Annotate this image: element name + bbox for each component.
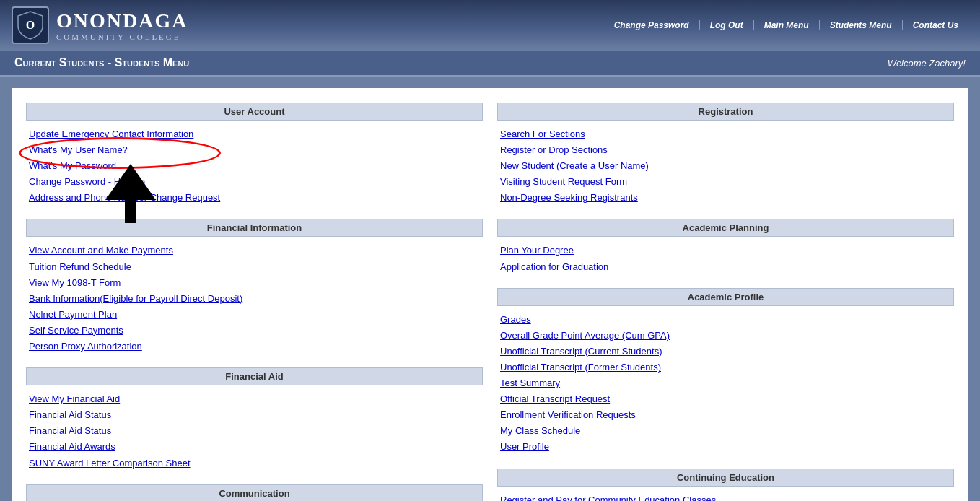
my-class-schedule-link[interactable]: My Class Schedule (500, 423, 951, 439)
user-account-links: Update Emergency Contact Information Wha… (26, 125, 483, 207)
top-nav: Change Password Log Out Main Menu Studen… (604, 20, 968, 30)
svg-text:O: O (26, 19, 35, 31)
students-menu-link[interactable]: Students Menu (820, 20, 903, 30)
academic-planning-header: Academic Planning (497, 219, 954, 237)
financial-aid-section: Financial Aid View My Financial Aid Fina… (26, 367, 483, 472)
financial-information-links: View Account and Make Payments Tuition R… (26, 241, 483, 356)
main-menu-link[interactable]: Main Menu (754, 20, 820, 30)
page-title-bar: Current Students - Students Menu Welcome… (0, 51, 980, 77)
unofficial-transcript-former-link[interactable]: Unofficial Transcript (Former Students) (500, 360, 951, 375)
registration-header: Registration (497, 103, 954, 121)
financial-aid-awards-link[interactable]: Financial Aid Awards (29, 439, 480, 455)
address-phone-change-link[interactable]: Address and Phone Number Change Request (29, 190, 480, 206)
overall-gpa-link[interactable]: Overall Grade Point Average (Cum GPA) (500, 328, 951, 344)
contact-us-link[interactable]: Contact Us (903, 20, 968, 30)
bank-information-link[interactable]: Bank Information(Eligible for Payroll Di… (29, 291, 480, 307)
logo-text: ONONDAGA COMMUNITY COLLEGE (56, 9, 188, 41)
log-out-link[interactable]: Log Out (700, 20, 754, 30)
grades-link[interactable]: Grades (500, 312, 951, 328)
financial-aid-status-2-link[interactable]: Financial Aid Status (29, 423, 480, 439)
communication-header: Communication (26, 484, 483, 501)
left-column: User Account Update Emergency Contact In… (26, 103, 483, 501)
search-sections-link[interactable]: Search For Sections (500, 126, 951, 142)
suny-award-letter-link[interactable]: SUNY Award Letter Comparison Sheet (29, 456, 480, 471)
financial-information-header: Financial Information (26, 219, 483, 237)
welcome-message: Welcome Zachary! (888, 58, 966, 69)
whats-my-password-link[interactable]: What's My Password (29, 158, 480, 174)
self-service-link[interactable]: Self Service Payments (29, 323, 480, 339)
academic-planning-section: Academic Planning Plan Your Degree Appli… (497, 219, 954, 276)
tuition-refund-link[interactable]: Tuition Refund Schedule (29, 259, 480, 275)
view-1098t-link[interactable]: View My 1098-T Form (29, 275, 480, 291)
academic-profile-links: Grades Overall Grade Point Average (Cum … (497, 310, 954, 457)
non-degree-link[interactable]: Non-Degree Seeking Registrants (500, 190, 951, 206)
main-content: User Account Update Emergency Contact In… (0, 77, 980, 501)
new-student-link[interactable]: New Student (Create a User Name) (500, 158, 951, 174)
financial-information-section: Financial Information View Account and M… (26, 219, 483, 356)
user-account-header: User Account (26, 103, 483, 121)
change-password-link[interactable]: Change Password (604, 20, 700, 30)
content-wrapper: User Account Update Emergency Contact In… (12, 88, 968, 501)
person-proxy-link[interactable]: Person Proxy Authorization (29, 339, 480, 354)
view-account-payments-link[interactable]: View Account and Make Payments (29, 243, 480, 258)
user-profile-link[interactable]: User Profile (500, 439, 951, 455)
continuing-education-section: Continuing Education Register and Pay fo… (497, 469, 954, 502)
financial-aid-status-1-link[interactable]: Financial Aid Status (29, 407, 480, 423)
register-community-education-link[interactable]: Register and Pay for Community Education… (500, 492, 951, 502)
whats-my-username-link[interactable]: What's My User Name? (29, 142, 480, 158)
academic-profile-header: Academic Profile (497, 288, 954, 306)
user-account-section: User Account Update Emergency Contact In… (26, 103, 483, 207)
college-name: ONONDAGA (56, 9, 188, 32)
financial-aid-header: Financial Aid (26, 367, 483, 385)
registration-section: Registration Search For Sections Registe… (497, 103, 954, 207)
college-subtitle: COMMUNITY COLLEGE (56, 32, 188, 41)
academic-planning-links: Plan Your Degree Application for Graduat… (497, 241, 954, 276)
enrollment-verification-link[interactable]: Enrollment Verification Requests (500, 407, 951, 423)
unofficial-transcript-current-link[interactable]: Unofficial Transcript (Current Students) (500, 344, 951, 360)
logo-area: O ONONDAGA COMMUNITY COLLEGE (12, 6, 188, 44)
header: O ONONDAGA COMMUNITY COLLEGE Change Pass… (0, 0, 980, 51)
communication-section: Communication Required Documents (26, 484, 483, 501)
change-password-howto-link[interactable]: Change Password - How To (29, 174, 480, 190)
test-summary-link[interactable]: Test Summary (500, 375, 951, 391)
plan-degree-link[interactable]: Plan Your Degree (500, 243, 951, 258)
academic-profile-section: Academic Profile Grades Overall Grade Po… (497, 288, 954, 457)
financial-aid-links: View My Financial Aid Financial Aid Stat… (26, 390, 483, 472)
right-column: Registration Search For Sections Registe… (497, 103, 954, 501)
logo-shield: O (12, 6, 49, 44)
page-title: Current Students - Students Menu (14, 56, 189, 69)
nelnet-payment-link[interactable]: Nelnet Payment Plan (29, 307, 480, 323)
visiting-student-link[interactable]: Visiting Student Request Form (500, 174, 951, 190)
registration-links: Search For Sections Register or Drop Sec… (497, 125, 954, 207)
continuing-education-links: Register and Pay for Community Education… (497, 491, 954, 502)
application-graduation-link[interactable]: Application for Graduation (500, 259, 951, 275)
update-emergency-contact-link[interactable]: Update Emergency Contact Information (29, 126, 480, 142)
view-financial-aid-link[interactable]: View My Financial Aid (29, 391, 480, 407)
register-drop-link[interactable]: Register or Drop Sections (500, 142, 951, 158)
official-transcript-link[interactable]: Official Transcript Request (500, 391, 951, 407)
continuing-education-header: Continuing Education (497, 469, 954, 487)
